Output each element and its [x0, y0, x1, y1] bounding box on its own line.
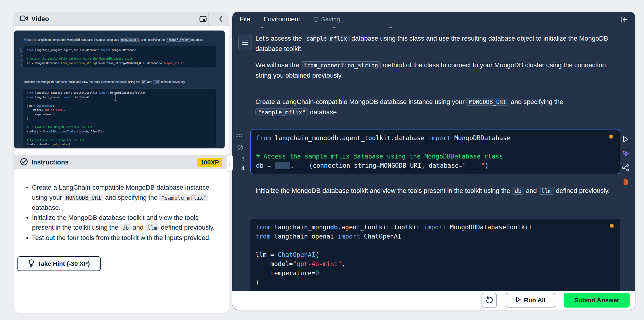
drag-handle-icon[interactable]	[236, 134, 243, 137]
collapse-left-panel-icon[interactable]	[212, 12, 229, 26]
code-cell-active[interactable]: from langchain_mongodb.agent_toolkit.dat…	[250, 129, 620, 174]
spinner-icon	[313, 17, 318, 22]
share-icon[interactable]	[621, 163, 631, 173]
text-cursor	[114, 94, 118, 103]
instruction-item: Initialize the MongoDB database toolkit …	[25, 213, 218, 233]
cell-status-dot	[609, 135, 613, 139]
clipped-text-remnant	[260, 27, 263, 28]
thumb-markdown-1: Create a LangChain-compatible MongoDB da…	[24, 38, 222, 41]
cell-status-dot	[610, 224, 614, 228]
markdown-paragraph-1: Let's access the sample_mflix database u…	[255, 33, 612, 54]
ai-assistant-icon[interactable]	[621, 148, 631, 159]
header-divider	[208, 12, 209, 26]
delete-cell-icon[interactable]	[621, 177, 631, 187]
run-all-label: Run All	[524, 297, 545, 304]
notebook-footer: Run All Submit Answer	[232, 291, 635, 310]
mini-line-number: 4	[17, 63, 22, 66]
take-hint-button[interactable]: Take Hint (-30 XP)	[17, 256, 101, 271]
instruction-item: Test out the four tools from the toolkit…	[25, 233, 218, 243]
video-panel-title: Video	[31, 15, 49, 23]
lightbulb-icon	[28, 259, 34, 268]
submit-answer-button[interactable]: Submit Answer	[564, 293, 630, 308]
instructions-list: Create a LangChain-compatible MongoDB da…	[25, 183, 218, 243]
notebook-menu-bar: File Environment Saving...	[232, 12, 635, 27]
markdown-paragraph-4: Initialize the MongoDB database toolkit …	[255, 186, 612, 196]
run-cell-icon[interactable]	[621, 134, 631, 144]
markdown-paragraph-3: Create a LangChain-compatible MongoDB da…	[255, 97, 612, 117]
reset-button[interactable]	[482, 293, 497, 308]
take-hint-label: Take Hint (-30 XP)	[38, 260, 90, 267]
outline-toc-button[interactable]	[238, 35, 252, 50]
video-preview[interactable]: Create a LangChain-compatible MongoDB da…	[14, 31, 225, 148]
thumb-code-cell-1: from langchain_mongodb.agent_toolkit.dat…	[23, 46, 216, 68]
markdown-paragraph-2: We will use the from_connection_string m…	[255, 60, 612, 80]
cell-toolbar	[620, 134, 631, 187]
line-number: 3	[233, 156, 245, 163]
menu-environment[interactable]: Environment	[263, 15, 300, 23]
thumb-markdown-2: Initialize the MongoDB database toolkit …	[24, 80, 222, 84]
line-number-active: 4	[233, 165, 245, 172]
mini-line-number: 2	[17, 55, 22, 58]
saving-label: Saving...	[321, 16, 345, 23]
thumb-code-cell-2: from langchain_mongodb.agent_toolkit.too…	[23, 89, 216, 148]
notebook-scroll-area[interactable]: Let's access the sample_mflix database u…	[232, 27, 635, 291]
video-camera-icon	[20, 15, 28, 23]
collapse-notebook-icon[interactable]	[620, 15, 629, 24]
picture-in-picture-icon[interactable]	[199, 15, 207, 23]
check-circle-icon	[20, 158, 28, 167]
saving-status: Saving...	[313, 16, 345, 23]
instructions-header: Instructions 100XP	[14, 155, 229, 169]
code-cell-2[interactable]: from langchain_mongodb.agent_toolkit.too…	[250, 219, 620, 291]
play-icon	[516, 297, 521, 304]
mini-hide-input-icon: ⊘	[20, 51, 22, 54]
menu-file[interactable]: File	[240, 15, 250, 23]
xp-badge: 100XP	[197, 158, 222, 167]
hide-input-icon[interactable]	[237, 144, 244, 152]
instruction-item: Create a LangChain-compatible MongoDB da…	[25, 183, 218, 213]
video-header: Video	[14, 12, 229, 26]
instructions-title: Instructions	[31, 159, 69, 166]
clipped-text-remnant	[389, 27, 392, 28]
notebook-panel: File Environment Saving... Let's access …	[232, 12, 635, 310]
mini-drag-handle-icon: ⋮⋮	[17, 47, 22, 50]
exercise-panel: Video Create a LangChain-compatible Mong…	[14, 12, 229, 313]
clipped-text-remnant	[333, 27, 336, 28]
mini-line-number: 3	[17, 59, 22, 62]
panel-resize-handle[interactable]	[227, 154, 233, 172]
run-all-button[interactable]: Run All	[506, 293, 555, 308]
submit-label: Submit Answer	[574, 297, 619, 304]
